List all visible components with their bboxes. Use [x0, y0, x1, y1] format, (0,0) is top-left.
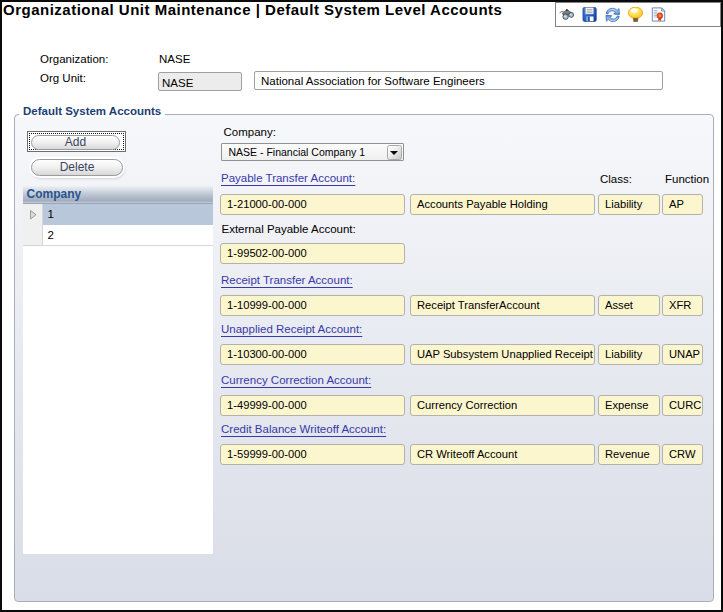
table-row[interactable]: 1	[23, 204, 214, 225]
currency-correction-account-field[interactable]: 1-49999-00-000	[220, 395, 405, 416]
selected-row-arrow-icon	[30, 210, 37, 220]
add-button-face: Add	[31, 135, 120, 150]
company-cell: 1	[48, 204, 54, 225]
report-icon[interactable]	[651, 7, 666, 22]
function-label: Function	[665, 173, 709, 185]
window: Organizational Unit Maintenance | Defaul…	[0, 0, 723, 612]
company-cell-container[interactable]: 2	[43, 225, 214, 246]
company-label: Company:	[224, 126, 276, 138]
currency-correction-description-field[interactable]: Currency Correction	[410, 395, 595, 416]
receipt-transfer-class-field[interactable]: Asset	[598, 295, 660, 316]
payable-transfer-description-field[interactable]: Accounts Payable Holding	[410, 194, 595, 215]
unapplied-receipt-description-field[interactable]: UAP Subsystem Unapplied Receipt	[410, 344, 595, 365]
receipt-transfer-account-field[interactable]: 1-10999-00-000	[220, 295, 405, 316]
company-dropdown-value: NASE - Financial Company 1	[229, 144, 366, 161]
payable-transfer-function-field[interactable]: AP	[662, 194, 703, 215]
company-grid: Company 1 2	[23, 186, 214, 554]
row-selector-cell[interactable]	[23, 204, 43, 226]
delete-button[interactable]: Delete	[31, 159, 123, 176]
save-icon[interactable]	[582, 7, 597, 22]
unapplied-receipt-function-field[interactable]: UNAP	[662, 344, 703, 365]
receipt-transfer-description-field[interactable]: Receipt TransferAccount	[410, 295, 595, 316]
credit-balance-writeoff-link[interactable]: Credit Balance Writeoff Account:	[221, 423, 386, 435]
payable-transfer-link[interactable]: Payable Transfer Account:	[221, 172, 355, 184]
group-legend: Default System Accounts	[19, 105, 165, 117]
table-row[interactable]: 2	[23, 225, 214, 247]
unapplied-receipt-link[interactable]: Unapplied Receipt Account:	[221, 323, 362, 335]
currency-correction-link[interactable]: Currency Correction Account:	[221, 374, 371, 386]
organization-value: NASE	[159, 53, 190, 65]
company-cell: 2	[48, 225, 54, 246]
external-payable-account-field[interactable]: 1-99502-00-000	[220, 243, 405, 264]
find-icon[interactable]	[559, 7, 574, 22]
currency-correction-class-field[interactable]: Expense	[598, 395, 660, 416]
dropdown-button[interactable]	[387, 145, 403, 160]
receipt-transfer-link[interactable]: Receipt Transfer Account:	[221, 274, 353, 286]
org-unit-name-field[interactable]: National Association for Software Engine…	[254, 71, 663, 90]
external-payable-label: External Payable Account:	[222, 223, 356, 235]
receipt-transfer-function-field[interactable]: XFR	[662, 295, 703, 316]
company-cell-container[interactable]: 1	[43, 204, 214, 225]
refresh-icon[interactable]	[605, 7, 620, 22]
credit-balance-writeoff-class-field[interactable]: Revenue	[598, 444, 660, 465]
payable-transfer-class-field[interactable]: Liability	[598, 194, 660, 215]
credit-balance-writeoff-description-field[interactable]: CR Writeoff Account	[410, 444, 595, 465]
add-button[interactable]: Add	[27, 131, 126, 152]
organization-label: Organization:	[40, 53, 108, 65]
tip-icon[interactable]	[628, 7, 643, 22]
class-label: Class:	[600, 173, 632, 185]
org-unit-label: Org Unit:	[40, 72, 86, 84]
toolbar	[555, 2, 721, 27]
credit-balance-writeoff-function-field[interactable]: CRW	[662, 444, 703, 465]
company-column-header[interactable]: Company	[23, 186, 214, 204]
chevron-down-icon	[390, 151, 398, 155]
unapplied-receipt-account-field[interactable]: 1-10300-00-000	[220, 344, 405, 365]
page-title: Organizational Unit Maintenance | Defaul…	[3, 1, 502, 18]
credit-balance-writeoff-account-field[interactable]: 1-59999-00-000	[220, 444, 405, 465]
currency-correction-function-field[interactable]: CURC	[662, 395, 703, 416]
org-unit-code-field[interactable]: NASE	[158, 72, 242, 91]
unapplied-receipt-class-field[interactable]: Liability	[598, 344, 660, 365]
row-selector-cell[interactable]	[23, 225, 43, 247]
company-dropdown[interactable]: NASE - Financial Company 1	[221, 143, 404, 161]
payable-transfer-account-field[interactable]: 1-21000-00-000	[220, 194, 405, 215]
